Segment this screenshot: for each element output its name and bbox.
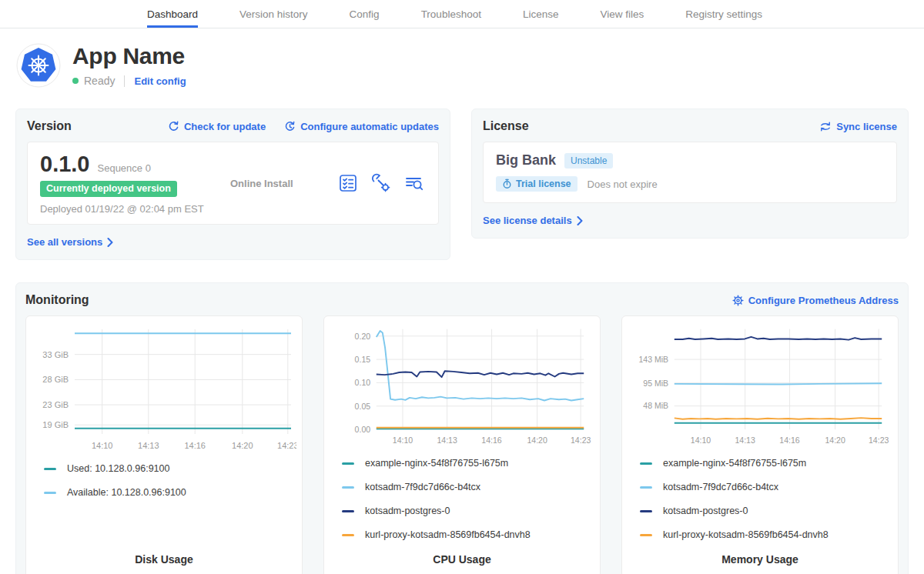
legend-item: kotsadm-7f9dc7d66c-b4tcx <box>342 482 594 492</box>
legend-label: kotsadm-7f9dc7d66c-b4tcx <box>663 482 778 492</box>
charts-row: 14:1014:1314:1614:2014:2319 GiB23 GiB28 … <box>25 315 899 574</box>
status-text: Ready <box>84 75 115 87</box>
legend-label: kotsadm-postgres-0 <box>663 506 748 516</box>
check-for-update-link[interactable]: Check for update <box>168 121 266 132</box>
svg-text:28 GiB: 28 GiB <box>42 375 69 384</box>
tab-version-history[interactable]: Version history <box>239 0 308 28</box>
memory-usage-chart: 14:1014:1314:1614:2014:2348 MiB95 MiB143… <box>628 323 892 449</box>
license-card-header: License Sync license <box>483 119 897 133</box>
svg-text:0.20: 0.20 <box>355 332 371 341</box>
config-wrench-icon[interactable] <box>371 173 391 193</box>
svg-text:14:13: 14:13 <box>437 436 457 445</box>
tab-config[interactable]: Config <box>350 0 380 28</box>
svg-text:0.05: 0.05 <box>355 402 371 411</box>
legend-item: kotsadm-postgres-0 <box>640 506 892 516</box>
deployed-timestamp: Deployed 01/19/22 @ 02:04 pm EST <box>40 203 206 215</box>
app-header: App Name Ready Edit config <box>0 28 924 88</box>
gear-icon <box>732 295 744 306</box>
svg-text:14:20: 14:20 <box>527 436 547 445</box>
view-files-search-icon[interactable] <box>404 173 424 193</box>
memory-usage-legend: example-nginx-54f8f76755-l675mkotsadm-7f… <box>640 458 892 553</box>
legend-color-dash <box>342 462 354 465</box>
disk-usage-chart: 14:1014:1314:1614:2014:2319 GiB23 GiB28 … <box>32 323 296 454</box>
svg-text:0.15: 0.15 <box>355 355 371 364</box>
divider <box>124 75 125 87</box>
monitoring-card: Monitoring Configure Prometheus Address <box>15 282 909 574</box>
sequence-label: Sequence 0 <box>98 162 151 174</box>
legend-color-dash <box>342 486 354 489</box>
svg-text:14:16: 14:16 <box>481 436 501 445</box>
cards-row: Version Check for update <box>0 108 924 260</box>
cpu-usage-chart-card: 14:1014:1314:1614:2014:230.000.050.100.1… <box>323 315 601 574</box>
svg-text:14:10: 14:10 <box>92 441 113 450</box>
app-title: App Name <box>72 43 186 69</box>
svg-text:48 MiB: 48 MiB <box>643 401 668 410</box>
version-card-title: Version <box>27 119 72 133</box>
legend-color-dash <box>44 492 56 494</box>
app-status-row: Ready Edit config <box>72 75 186 87</box>
legend-label: kurl-proxy-kotsadm-8569fb6454-dnvh8 <box>663 529 829 540</box>
configure-prometheus-link[interactable]: Configure Prometheus Address <box>732 295 899 306</box>
legend-label: example-nginx-54f8f76755-l675m <box>663 458 806 469</box>
refresh-icon <box>168 121 179 132</box>
channel-badge: Unstable <box>564 153 613 169</box>
edit-config-link[interactable]: Edit config <box>134 75 186 87</box>
legend-item: Used: 10.128.0.96:9100 <box>44 463 296 474</box>
version-number: 0.1.0 <box>40 152 90 177</box>
svg-text:14:10: 14:10 <box>393 436 413 445</box>
legend-label: kotsadm-postgres-0 <box>365 506 450 516</box>
license-card: License Sync license Big Bank Unstable <box>471 108 909 239</box>
version-card-header: Version Check for update <box>27 119 439 133</box>
legend-item: kurl-proxy-kotsadm-8569fb6454-dnvh8 <box>342 529 594 540</box>
tab-troubleshoot[interactable]: Troubleshoot <box>421 0 481 28</box>
top-nav: Dashboard Version history Config Trouble… <box>0 0 924 28</box>
legend-item: kurl-proxy-kotsadm-8569fb6454-dnvh8 <box>640 529 892 540</box>
disk-usage-chart-card: 14:1014:1314:1614:2014:2319 GiB23 GiB28 … <box>25 315 303 574</box>
app-header-text: App Name Ready Edit config <box>72 43 186 87</box>
svg-text:14:23: 14:23 <box>277 441 296 450</box>
stopwatch-icon <box>502 179 512 189</box>
license-card-title: License <box>483 119 529 133</box>
currently-deployed-badge: Currently deployed version <box>40 181 177 197</box>
chart-title: Disk Usage <box>32 553 296 566</box>
legend-color-dash <box>640 486 652 489</box>
svg-text:143 MiB: 143 MiB <box>638 355 668 364</box>
tab-view-files[interactable]: View files <box>600 0 644 28</box>
tab-registry-settings[interactable]: Registry settings <box>685 0 762 28</box>
configure-automatic-updates-link[interactable]: Configure automatic updates <box>284 121 439 132</box>
legend-label: Used: 10.128.0.96:9100 <box>67 463 169 474</box>
see-license-details-link[interactable]: See license details <box>483 215 583 226</box>
svg-text:14:20: 14:20 <box>825 436 845 445</box>
version-card-links: Check for update Configure automatic upd… <box>168 121 439 132</box>
clock-refresh-icon <box>284 121 296 132</box>
customer-name: Big Bank <box>496 152 556 169</box>
legend-color-dash <box>640 510 652 512</box>
legend-label: Available: 10.128.0.96:9100 <box>67 487 186 498</box>
legend-item: Available: 10.128.0.96:9100 <box>44 487 296 498</box>
current-version-panel: 0.1.0 Sequence 0 Currently deployed vers… <box>27 142 439 225</box>
expiry-text: Does not expire <box>588 179 658 190</box>
see-all-versions-link[interactable]: See all versions <box>27 236 113 248</box>
cpu-usage-chart: 14:1014:1314:1614:2014:230.000.050.100.1… <box>330 323 594 449</box>
monitoring-title: Monitoring <box>25 293 89 307</box>
memory-usage-chart-card: 14:1014:1314:1614:2014:2348 MiB95 MiB143… <box>621 315 899 574</box>
preflight-checklist-icon[interactable] <box>338 173 358 193</box>
tab-license[interactable]: License <box>523 0 559 28</box>
legend-color-dash <box>342 534 354 536</box>
chart-title: CPU Usage <box>330 553 594 566</box>
svg-text:0.10: 0.10 <box>355 378 371 387</box>
svg-text:14:23: 14:23 <box>869 436 889 445</box>
svg-text:14:13: 14:13 <box>138 441 159 450</box>
install-type-label: Online Install <box>230 178 293 189</box>
svg-text:14:16: 14:16 <box>184 441 206 450</box>
svg-text:14:23: 14:23 <box>571 436 591 445</box>
version-action-buttons <box>338 173 424 193</box>
legend-label: kurl-proxy-kotsadm-8569fb6454-dnvh8 <box>365 529 531 540</box>
svg-text:14:20: 14:20 <box>232 441 253 450</box>
tab-dashboard[interactable]: Dashboard <box>147 0 198 28</box>
status-dot-icon <box>72 78 79 84</box>
sync-license-link[interactable]: Sync license <box>819 121 897 132</box>
license-panel: Big Bank Unstable Trial license Does not… <box>483 142 897 203</box>
legend-item: example-nginx-54f8f76755-l675m <box>342 458 594 469</box>
cpu-usage-legend: example-nginx-54f8f76755-l675mkotsadm-7f… <box>342 458 594 553</box>
